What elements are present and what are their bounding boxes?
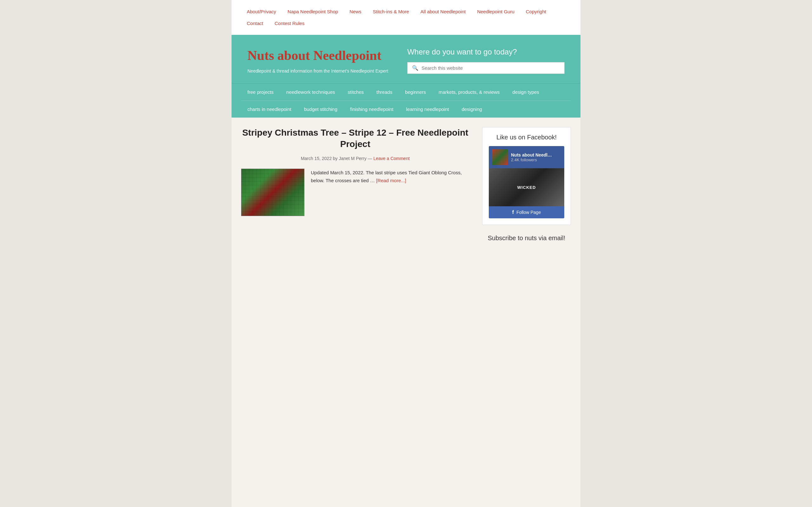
top-nav-link[interactable]: News xyxy=(344,0,367,17)
sidebar: Like us on Facebook! Nuts about Needl… 2… xyxy=(482,127,571,242)
facebook-icon: f xyxy=(512,210,514,215)
cat-nav-link[interactable]: needlework techniques xyxy=(280,83,341,101)
cat-nav-link[interactable]: charts in needlepoint xyxy=(241,101,298,118)
article-meta-sep: — xyxy=(368,156,373,161)
cat-nav-link[interactable]: design types xyxy=(506,83,545,101)
facebook-box: Like us on Facebook! Nuts about Needl… 2… xyxy=(482,127,571,225)
cat-nav-link[interactable]: learning needlepoint xyxy=(400,101,455,118)
cat-nav-item: designing xyxy=(455,101,488,118)
cat-nav-item: beginners xyxy=(399,83,432,101)
top-nav-item: Contact xyxy=(241,17,269,35)
cat-nav-item: needlework techniques xyxy=(280,83,341,101)
main-area: Stripey Christmas Tree – Stripe 12 – Fre… xyxy=(232,118,580,251)
cat-nav-item: markets, products, & reviews xyxy=(432,83,506,101)
subscribe-title: Subscribe to nuts via email! xyxy=(482,234,571,242)
cat-nav-link[interactable]: designing xyxy=(455,101,488,118)
top-nav-item: Needlepoint Guru xyxy=(471,0,520,17)
cat-nav-item: learning needlepoint xyxy=(400,101,455,118)
category-navigation: free projectsneedlework techniquesstitch… xyxy=(232,83,580,118)
top-nav-link[interactable]: Napa Needlepoint Shop xyxy=(282,0,344,17)
cat-nav-item: stitches xyxy=(341,83,370,101)
search-input[interactable] xyxy=(421,65,560,71)
top-nav-item: News xyxy=(344,0,367,17)
article: Stripey Christmas Tree – Stripe 12 – Fre… xyxy=(241,127,469,216)
article-date: March 15, 2022 xyxy=(301,156,332,161)
facebook-widget: Nuts about Needl… 2.4K followers WICKED … xyxy=(489,146,564,218)
cat-nav-item: design types xyxy=(506,83,545,101)
hero-banner: Nuts about Needlepoint Needlepoint & thr… xyxy=(232,35,580,83)
search-icon: 🔍 xyxy=(412,65,418,71)
site-subtitle: Needlepoint & thread information from th… xyxy=(247,68,388,73)
read-more-link[interactable]: [Read more...] xyxy=(376,178,406,183)
article-by: by xyxy=(333,156,339,161)
top-nav-link[interactable]: About/Privacy xyxy=(241,0,282,17)
article-body: Updated March 15, 2022. The last stripe … xyxy=(241,169,469,216)
cat-nav-link[interactable]: free projects xyxy=(241,83,280,101)
article-meta: March 15, 2022 by Janet M Perry — Leave … xyxy=(241,156,469,161)
top-nav-link[interactable]: Needlepoint Guru xyxy=(471,0,520,17)
article-image xyxy=(241,169,305,216)
top-nav-item: Contest Rules xyxy=(269,17,310,35)
top-nav-item: About/Privacy xyxy=(241,0,282,17)
search-box[interactable]: 🔍 xyxy=(407,62,565,74)
content-column: Stripey Christmas Tree – Stripe 12 – Fre… xyxy=(241,127,482,242)
cat-nav-item: budget stitching xyxy=(298,101,344,118)
hero-left: Nuts about Needlepoint Needlepoint & thr… xyxy=(247,48,388,73)
article-author: Janet M Perry xyxy=(339,156,366,161)
article-title: Stripey Christmas Tree – Stripe 12 – Fre… xyxy=(241,127,469,150)
cat-nav-link[interactable]: threads xyxy=(370,83,399,101)
top-nav-item: Stitch-ins & More xyxy=(367,0,415,17)
fb-follow-label: Follow Page xyxy=(516,210,541,215)
top-nav-link[interactable]: All about Needlepoint xyxy=(415,0,472,17)
top-navigation: About/PrivacyNapa Needlepoint ShopNewsSt… xyxy=(232,0,580,35)
top-nav-item: Napa Needlepoint Shop xyxy=(282,0,344,17)
cat-nav-item: finishing needlepoint xyxy=(344,101,400,118)
cat-nav-item: charts in needlepoint xyxy=(241,101,298,118)
site-title: Nuts about Needlepoint xyxy=(247,48,388,63)
cat-nav-item: threads xyxy=(370,83,399,101)
fb-followers: 2.4K followers xyxy=(511,158,552,162)
top-nav-link[interactable]: Contest Rules xyxy=(269,17,310,35)
fb-avatar xyxy=(492,149,508,165)
fb-widget-inner: Nuts about Needl… 2.4K followers xyxy=(489,146,564,168)
cat-nav-link[interactable]: budget stitching xyxy=(298,101,344,118)
article-text-body: Updated March 15, 2022. The last stripe … xyxy=(311,169,469,185)
cat-nav-link[interactable]: finishing needlepoint xyxy=(344,101,400,118)
fb-cover-text: WICKED xyxy=(517,185,536,190)
fb-info: Nuts about Needl… 2.4K followers xyxy=(511,153,552,162)
facebook-title: Like us on Facebook! xyxy=(489,134,564,141)
hero-tagline: Where do you want to go today? xyxy=(407,48,565,56)
fb-page-name: Nuts about Needl… xyxy=(511,153,552,158)
fb-cover-image: WICKED xyxy=(489,168,564,206)
cat-nav-link[interactable]: markets, products, & reviews xyxy=(432,83,506,101)
hero-right: Where do you want to go today? 🔍 xyxy=(407,48,565,74)
cat-nav-link[interactable]: stitches xyxy=(341,83,370,101)
top-nav-link[interactable]: Contact xyxy=(241,17,269,35)
leave-comment-link[interactable]: Leave a Comment xyxy=(373,156,409,161)
top-nav-link[interactable]: Stitch-ins & More xyxy=(367,0,415,17)
top-nav-item: Copyright xyxy=(520,0,552,17)
top-nav-link[interactable]: Copyright xyxy=(520,0,552,17)
top-nav-item: All about Needlepoint xyxy=(415,0,472,17)
cat-nav-item: free projects xyxy=(241,83,280,101)
cat-nav-link[interactable]: beginners xyxy=(399,83,432,101)
fb-follow-button[interactable]: f Follow Page xyxy=(489,206,564,218)
